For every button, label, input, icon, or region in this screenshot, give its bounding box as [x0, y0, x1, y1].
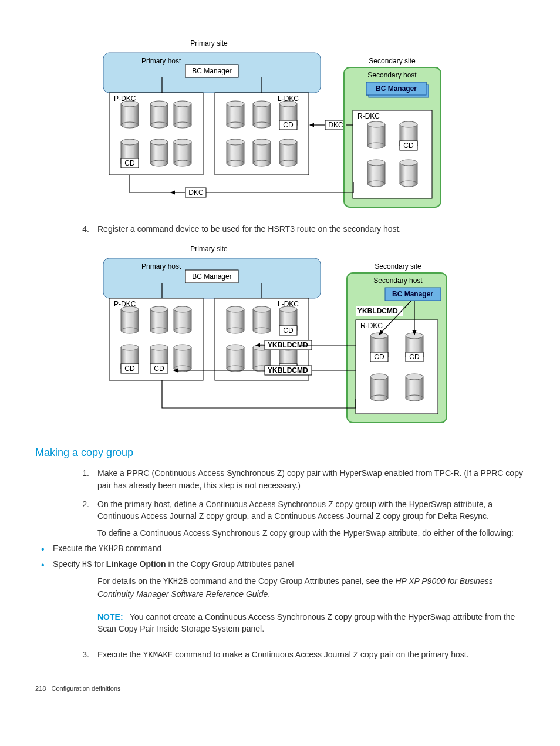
bullet-1: Execute the YKH2B command	[35, 542, 525, 555]
rdkc-label: R-DKC	[357, 112, 380, 120]
primary-host-label: Primary host	[141, 57, 181, 65]
list-item-1: 1. Make a PPRC (Continuous Access Synchr…	[70, 467, 525, 491]
details-para: For details on the YKH2B command and the…	[97, 575, 525, 600]
dkc-label-2: DKC	[188, 188, 204, 197]
diagram-2: Primary site Primary host BC Manager P-D…	[97, 241, 450, 428]
step-4: 4. Register a command device to be used …	[70, 223, 525, 235]
rdkc-label-2: R-DKC	[360, 322, 383, 330]
cd-label-1: CD	[124, 159, 135, 167]
note-box: NOTE: You cannot create a Continuous Acc…	[97, 606, 525, 640]
step-4-text: Register a command device to be used for…	[97, 223, 525, 235]
list-item-3: 3. Execute the YKMAKE command to make a …	[70, 649, 525, 661]
secondary-host-label-2: Secondary host	[373, 276, 423, 285]
bc-manager-secondary-2: BC Manager	[392, 290, 433, 298]
list-1-num: 1.	[70, 467, 97, 491]
cd-r1: CD	[374, 353, 384, 361]
list-3-num: 3.	[70, 649, 97, 661]
diagram-1: Primary site Primary host BC Manager P-D…	[97, 35, 444, 211]
list-1-text: Make a PPRC (Continuous Access Synchrono…	[97, 467, 525, 491]
cd-p2: CD	[154, 364, 164, 373]
svg-rect-32	[356, 320, 438, 414]
secondary-site-label: Secondary site	[369, 57, 416, 65]
primary-host-label-2: Primary host	[141, 262, 181, 271]
figure-2: Primary site Primary host BC Manager P-D…	[97, 241, 525, 428]
list-item-2: 2. On the primary host, define a Continu…	[70, 498, 525, 522]
cd-label-3: CD	[403, 141, 414, 150]
bc-manager-primary: BC Manager	[192, 67, 231, 75]
list-2-para: To define a Continuous Access Synchronou…	[97, 527, 525, 539]
dkc-label-1: DKC	[328, 121, 343, 129]
primary-site-label-2: Primary site	[190, 245, 228, 253]
bullet-2: Specify HS for Linkage Option in the Cop…	[35, 558, 525, 571]
note-text: You cannot create a Continuous Access Sy…	[97, 612, 515, 633]
list-2-text: On the primary host, define a Continuous…	[97, 498, 525, 522]
figure-1: Primary site Primary host BC Manager P-D…	[97, 35, 525, 211]
list-2-num: 2.	[70, 498, 97, 522]
section-heading: Making a copy group	[35, 445, 525, 460]
cd-r2: CD	[409, 353, 420, 361]
list-3-text: Execute the YKMAKE command to make a Con…	[97, 649, 525, 661]
note-label: NOTE:	[97, 612, 123, 622]
secondary-host-label: Secondary host	[367, 71, 417, 79]
secondary-site-label-2: Secondary site	[375, 262, 421, 271]
page-number: 218	[35, 685, 46, 692]
ykbldcmd-3: YKBLDCMD	[268, 366, 308, 374]
footer-title: Configuration definitions	[52, 685, 121, 692]
primary-site-label: Primary site	[190, 39, 228, 48]
ykbldcmd-1: YKBLDCMD	[357, 307, 398, 315]
footer: 218 Configuration definitions	[35, 684, 525, 694]
step-4-number: 4.	[70, 223, 97, 235]
svg-rect-15	[353, 110, 432, 198]
cd-label-2: CD	[283, 121, 294, 129]
bullet-list: Execute the YKH2B command Specify HS for…	[35, 542, 525, 571]
bc-manager-secondary: BC Manager	[376, 85, 417, 93]
cd-l1: CD	[283, 326, 294, 335]
bc-manager-primary-2: BC Manager	[192, 272, 231, 281]
cd-p: CD	[124, 364, 135, 373]
